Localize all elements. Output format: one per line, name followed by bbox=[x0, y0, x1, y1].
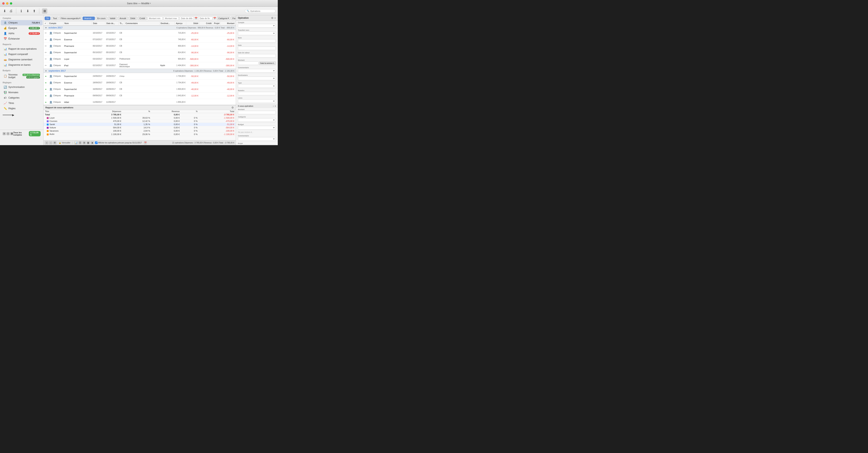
table-row[interactable]: ✏ 🏦 Chèques Supermarché 05/10/2017 05/10… bbox=[43, 49, 236, 56]
rp-compte-dropdown[interactable]: ▾ bbox=[238, 24, 276, 28]
date-fin-input[interactable] bbox=[198, 17, 213, 20]
th-commentaire[interactable]: Commentaire bbox=[124, 22, 159, 25]
date-debut-input[interactable] bbox=[180, 17, 194, 20]
th-compte[interactable]: Compte bbox=[48, 22, 63, 25]
bottom-report-gear-icon[interactable]: ⚙ bbox=[231, 106, 234, 109]
th-tr[interactable]: Tr... bbox=[119, 22, 124, 25]
report-row[interactable]: Courses 470,00 € 12,42 % 0,00 € 0 % -470… bbox=[43, 119, 236, 123]
filtres-dropdown[interactable]: Filtres sauvegardés ▾ bbox=[59, 17, 82, 20]
remove-account-button[interactable]: − bbox=[6, 132, 9, 135]
table-row[interactable]: ● 🏦 Chèques Essence 18/09/2017 18/09/201… bbox=[43, 80, 236, 86]
view-pie-icon[interactable]: ◑ bbox=[90, 141, 94, 145]
calendar-icon2[interactable]: 📅 bbox=[213, 17, 216, 20]
annule-button[interactable]: Annulé bbox=[118, 17, 128, 20]
sidebar-item-cheques[interactable]: 🏦 Chèques 715,00 € bbox=[1, 20, 42, 25]
table-row[interactable]: ✏ 🏦 Chèques Loyer 03/10/2017 03/10/2017 … bbox=[43, 56, 236, 62]
search-input[interactable] bbox=[250, 10, 273, 12]
sidebar-item-monnaies[interactable]: 💱 Monnaies bbox=[1, 90, 42, 95]
report-row[interactable]: Santé 51,00 € 1,35 % 0,00 € 0 % -51,00 € bbox=[43, 123, 236, 126]
th-nom[interactable]: Nom bbox=[63, 22, 92, 25]
info-icon[interactable]: ℹ bbox=[19, 9, 24, 13]
montant-max-input[interactable] bbox=[163, 17, 179, 20]
tout-button[interactable]: Tout bbox=[51, 17, 59, 20]
th-debit[interactable]: Débit bbox=[186, 22, 199, 25]
table-row[interactable]: ✏ 🏦 Chèques Supermarché 10/10/2017 10/10… bbox=[43, 30, 236, 36]
search-box[interactable]: 🔍 bbox=[245, 9, 276, 13]
calculator-icon[interactable]: ⊞ bbox=[42, 8, 47, 14]
settings-account-button[interactable]: ⚙ bbox=[10, 132, 13, 135]
tri-button[interactable]: Tri bbox=[44, 17, 50, 20]
report-row[interactable]: Autre 1 100,00 € 29,06 % 0,00 € 0 % -1 1… bbox=[43, 133, 236, 136]
sous-ops-minus-icon[interactable]: + bbox=[275, 105, 276, 107]
calendar-icon1[interactable]: 📅 bbox=[194, 17, 197, 20]
view-bar-icon[interactable]: ▦ bbox=[86, 141, 90, 145]
rp-liens-dropdown[interactable]: ▾ bbox=[238, 99, 276, 103]
remove-tx-button[interactable]: − bbox=[49, 141, 53, 145]
rp-gear-icon[interactable]: ⚙ bbox=[271, 17, 274, 20]
report-row[interactable]: Voiture 564,00 € 14,9 % 0,00 € 0 % -564,… bbox=[43, 126, 236, 129]
print-icon[interactable]: 🖨 bbox=[9, 9, 13, 13]
sidebar-item-categories[interactable]: 🏷 Catégories bbox=[1, 95, 42, 101]
calendar-toggle-button[interactable]: 📅 bbox=[144, 141, 147, 144]
rp-budget-dropdown[interactable]: ▾ bbox=[238, 126, 276, 130]
th-credit[interactable]: Crédit bbox=[199, 22, 213, 25]
settings-tx-button[interactable]: ⚙ bbox=[53, 141, 57, 145]
rp-comm2-dropdown[interactable]: ▾ bbox=[238, 137, 276, 141]
view-grid-icon[interactable]: ⊞ bbox=[83, 141, 86, 145]
personne-dropdown[interactable]: Personne ▾ bbox=[231, 17, 236, 20]
sidebar-item-barres[interactable]: 📊 Diagramme en barres bbox=[1, 62, 42, 67]
categorie-dropdown[interactable]: Catégorie ▾ bbox=[217, 17, 230, 20]
credit-button[interactable]: Crédit bbox=[138, 17, 147, 20]
rp-date-input[interactable] bbox=[238, 47, 276, 50]
sidebar-item-synchronisation[interactable]: 🔄 Synchronisation bbox=[1, 84, 42, 90]
rp-montant2-input[interactable] bbox=[238, 111, 276, 114]
close-button[interactable] bbox=[2, 2, 5, 5]
rp-categorie-dropdown[interactable]: ▾ bbox=[238, 118, 276, 122]
rp-transfert-dropdown[interactable]: ▾ bbox=[238, 31, 276, 35]
rp-projet-dropdown[interactable]: ▾ bbox=[238, 145, 276, 145]
report-row[interactable]: Total 3 785,00 € 0,00 € -3 785,00 € bbox=[43, 113, 236, 116]
table-row[interactable]: ✏ 🏦 Chèques Essence 07/10/2017 07/10/201… bbox=[43, 36, 236, 43]
sidebar-item-epargne[interactable]: 💰 Épargne 3 000,00 € bbox=[1, 25, 42, 31]
rp-add-icon[interactable]: + bbox=[274, 17, 276, 20]
rp-montant-input[interactable] bbox=[238, 61, 258, 65]
down-icon[interactable]: ⬇ bbox=[25, 9, 30, 13]
sidebar-item-titres[interactable]: 📈 Titres bbox=[1, 101, 42, 106]
th-projet[interactable]: Projet bbox=[213, 22, 220, 25]
export-icon[interactable]: ⬇ bbox=[2, 9, 7, 13]
th-montant[interactable]: Montant bbox=[220, 22, 236, 25]
maximize-button[interactable] bbox=[10, 2, 12, 5]
title-dropdown[interactable]: ▾ bbox=[150, 2, 151, 5]
avance-button[interactable]: Avancé... bbox=[83, 17, 95, 20]
rp-nom-input[interactable] bbox=[238, 39, 276, 43]
faire-somme-button[interactable]: Faire la somme d... bbox=[259, 61, 276, 65]
rp-numero-input[interactable] bbox=[238, 92, 276, 95]
view-list-icon[interactable]: ☰ bbox=[79, 141, 82, 145]
rp-type-dropdown[interactable]: ▾ bbox=[238, 84, 276, 88]
sidebar-item-echeancier[interactable]: 📅 Échéancier bbox=[1, 36, 42, 41]
add-account-button[interactable]: + bbox=[3, 132, 6, 135]
montant-min-input[interactable] bbox=[148, 17, 163, 20]
add-tx-button[interactable]: + bbox=[45, 141, 49, 145]
up-icon[interactable]: ⬆ bbox=[32, 9, 36, 13]
sidebar-item-camembert[interactable]: 🥧 Diagramme camembert bbox=[1, 57, 42, 62]
report-row[interactable]: Vacances 100,00 € 2,64 % 0,00 € 0 % -100… bbox=[43, 129, 236, 133]
sidebar-item-adrhs[interactable]: 👤 Adrhs 2 715,00 € bbox=[1, 31, 42, 36]
encours-button[interactable]: En cours bbox=[96, 17, 107, 20]
table-row[interactable]: ● 🏦 Chèques Hôtel 11/09/2017 11/09/2017 … bbox=[43, 99, 236, 105]
month-collapse-oct[interactable]: ▼ bbox=[45, 27, 47, 29]
th-apercu[interactable]: Aperçu bbox=[175, 22, 186, 25]
view-chart-icon[interactable]: 📊 bbox=[74, 141, 78, 145]
rp-dest-dropdown[interactable]: ▾ bbox=[238, 77, 276, 80]
sidebar-item-comparatif[interactable]: 📊 Rapport comparatif bbox=[1, 52, 42, 57]
table-row[interactable]: ● 🏦 Chèques Supermarché 16/09/2017 16/09… bbox=[43, 86, 236, 92]
table-row[interactable]: ✏ 🏦 Chèques Pharmacie 06/10/2017 06/10/2… bbox=[43, 43, 236, 49]
sidebar-item-sous-ops[interactable]: 📊 Rapport de sous-opérations bbox=[1, 46, 42, 52]
table-row[interactable]: ● 🏦 Chèques Pharmacie 09/09/2017 09/09/2… bbox=[43, 92, 236, 99]
valide-button[interactable]: Validé bbox=[108, 17, 117, 20]
th-datede[interactable]: Date de... bbox=[105, 22, 119, 25]
rp-datevaleur-input[interactable] bbox=[238, 54, 276, 57]
sous-ops-add-icon[interactable]: − bbox=[273, 105, 274, 107]
table-row[interactable]: ✏ 🏦 Chèques iPad 02/10/2017 02/10/2017 P… bbox=[43, 62, 236, 69]
th-date[interactable]: Date bbox=[92, 22, 105, 25]
